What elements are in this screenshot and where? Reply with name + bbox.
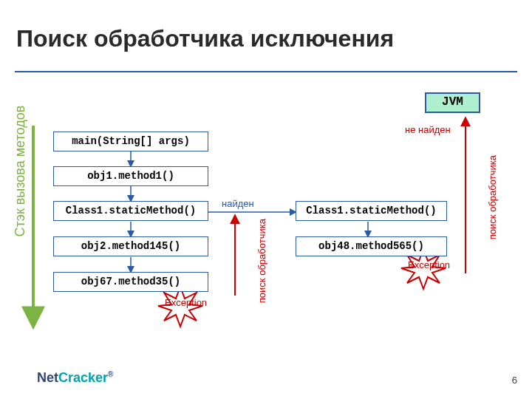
search-handler-left-label: поиск обработчика bbox=[257, 219, 267, 303]
stack-box-method565: obj48.method565() bbox=[296, 236, 447, 256]
stack-box-method35: obj67.method35() bbox=[53, 272, 208, 292]
stack-box-method1: obj1.method1() bbox=[53, 166, 208, 186]
logo-part1: Net bbox=[37, 370, 58, 385]
horizontal-rule bbox=[15, 71, 517, 72]
call-stack-axis-label: Стэк вызова методов bbox=[13, 106, 28, 237]
logo-part2: Cracker bbox=[58, 370, 108, 385]
page-title: Поиск обработчика исключения bbox=[16, 25, 394, 52]
netcracker-logo: NetCracker® bbox=[37, 370, 113, 386]
diagram-arrows bbox=[0, 0, 532, 399]
exception-burst-left-label: Exception bbox=[165, 297, 202, 308]
stack-box-method145: obj2.method145() bbox=[53, 236, 208, 256]
stack-box-static1-right: Class1.staticMethod() bbox=[296, 201, 447, 221]
not-found-label: не найден bbox=[405, 124, 451, 135]
stack-box-main: main(String[] args) bbox=[53, 132, 208, 151]
stack-box-static1-left: Class1.staticMethod() bbox=[53, 201, 208, 221]
page-number: 6 bbox=[512, 375, 517, 386]
found-label: найден bbox=[222, 198, 254, 209]
exception-burst-right-label: Exception bbox=[408, 259, 445, 270]
jvm-box: JVM bbox=[425, 92, 480, 113]
search-handler-right-label: поиск обработчика bbox=[488, 155, 498, 239]
